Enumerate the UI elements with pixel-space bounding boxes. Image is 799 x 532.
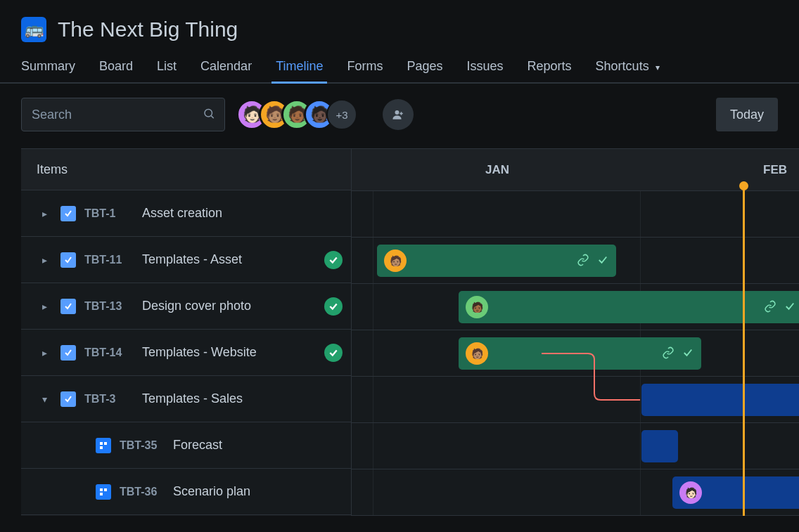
month-header: JAN FEB <box>352 149 799 191</box>
project-icon: 🚌 <box>21 17 46 42</box>
add-people-button[interactable] <box>383 99 414 130</box>
expand-toggle[interactable]: ▸ <box>37 345 52 361</box>
link-icon <box>764 300 776 315</box>
issue-summary: Templates - Sales <box>142 391 351 406</box>
issue-key: TBT-35 <box>120 439 165 452</box>
avatar-stack: 🧑🏻 🧑🏽 🧑🏾 🧑🏿 +3 <box>236 99 357 130</box>
dependency-line <box>352 330 799 423</box>
tab-issues[interactable]: Issues <box>467 59 504 82</box>
assignee-avatar[interactable]: 🧑🏻 <box>679 481 702 504</box>
epic-icon <box>60 299 76 314</box>
task-icon <box>96 484 111 500</box>
svg-rect-4 <box>104 442 107 445</box>
timeline-item-row[interactable]: TBT-35 Forecast <box>21 422 351 469</box>
svg-point-0 <box>205 110 212 117</box>
task-icon <box>96 438 111 453</box>
issue-key: TBT-14 <box>84 346 134 359</box>
gantt-row: 🧑🏻 <box>352 469 799 516</box>
issue-summary: Forecast <box>173 438 351 453</box>
issue-key: TBT-3 <box>84 393 134 406</box>
gantt-row <box>352 423 799 469</box>
issue-summary: Templates - Website <box>142 345 316 360</box>
timeline-item-row[interactable]: ▸ TBT-14 Templates - Website <box>21 330 351 376</box>
month-label: FEB <box>763 163 787 177</box>
items-column-header: Items <box>21 148 351 190</box>
tab-shortcuts[interactable]: Shortcuts ▾ <box>596 59 660 82</box>
check-icon <box>596 254 609 268</box>
month-label: JAN <box>485 163 509 177</box>
tab-pages[interactable]: Pages <box>407 59 442 82</box>
timeline-item-row[interactable]: ▸ TBT-11 Templates - Asset <box>21 237 351 283</box>
timeline-bar[interactable]: 🧑🏻 <box>672 476 799 509</box>
svg-rect-5 <box>100 446 103 449</box>
avatar-overflow[interactable]: +3 <box>326 99 357 130</box>
status-done-icon <box>324 297 343 316</box>
tab-shortcuts-label: Shortcuts <box>596 59 649 73</box>
nav-tabs: Summary Board List Calendar Timeline For… <box>0 59 799 84</box>
expand-toggle[interactable]: ▸ <box>37 206 52 221</box>
expand-toggle[interactable]: ▸ <box>37 299 52 314</box>
tab-calendar[interactable]: Calendar <box>200 59 252 82</box>
svg-point-2 <box>395 110 400 115</box>
timeline-item-row[interactable]: ▸ TBT-1 Asset creation <box>21 190 351 237</box>
epic-icon <box>60 345 76 361</box>
issue-summary: Asset creation <box>142 206 351 221</box>
epic-icon <box>60 206 76 221</box>
svg-rect-8 <box>100 493 103 495</box>
tab-list[interactable]: List <box>157 59 177 82</box>
gantt-row: 🧑🏽 <box>352 238 799 284</box>
tab-board[interactable]: Board <box>99 59 133 82</box>
issue-key: TBT-1 <box>84 207 134 220</box>
expand-toggle[interactable]: ▸ <box>37 252 52 268</box>
issue-key: TBT-11 <box>84 254 134 266</box>
issue-summary: Design cover photo <box>142 299 316 313</box>
search-icon <box>203 108 215 122</box>
timeline-item-row[interactable]: ▾ TBT-3 Templates - Sales <box>21 376 351 422</box>
svg-rect-7 <box>104 488 107 491</box>
timeline-bar[interactable]: 🧑🏾 <box>459 291 799 323</box>
issue-key: TBT-13 <box>84 300 134 313</box>
timeline-item-row[interactable]: TBT-36 Scenario plan <box>21 469 351 515</box>
page-title: The Next Big Thing <box>58 18 238 41</box>
tab-reports[interactable]: Reports <box>528 59 572 82</box>
tab-forms[interactable]: Forms <box>347 59 383 82</box>
tab-summary[interactable]: Summary <box>21 59 75 82</box>
svg-rect-3 <box>100 442 103 445</box>
timeline-bar[interactable]: 🧑🏽 <box>377 245 616 277</box>
status-done-icon <box>324 251 343 269</box>
assignee-avatar[interactable]: 🧑🏽 <box>384 249 407 272</box>
gantt-row: 🧑🏾 <box>352 284 799 330</box>
assignee-avatar[interactable]: 🧑🏾 <box>466 296 488 318</box>
check-icon <box>784 300 796 315</box>
svg-rect-6 <box>100 488 103 491</box>
search-input[interactable] <box>21 98 225 131</box>
expand-toggle[interactable]: ▾ <box>37 391 52 407</box>
issue-key: TBT-36 <box>120 486 165 498</box>
timeline-bar[interactable] <box>641 430 678 462</box>
link-icon <box>577 254 589 268</box>
epic-icon <box>60 391 76 407</box>
today-button[interactable]: Today <box>716 98 778 131</box>
gantt-row <box>352 191 799 238</box>
tab-timeline[interactable]: Timeline <box>276 59 323 82</box>
timeline-item-row[interactable]: ▸ TBT-13 Design cover photo <box>21 283 351 330</box>
today-marker <box>743 186 745 516</box>
chevron-down-icon: ▾ <box>656 63 660 72</box>
epic-icon <box>60 252 76 268</box>
issue-summary: Scenario plan <box>173 484 351 499</box>
svg-line-1 <box>211 116 213 118</box>
issue-summary: Templates - Asset <box>142 252 316 267</box>
status-done-icon <box>324 344 343 362</box>
